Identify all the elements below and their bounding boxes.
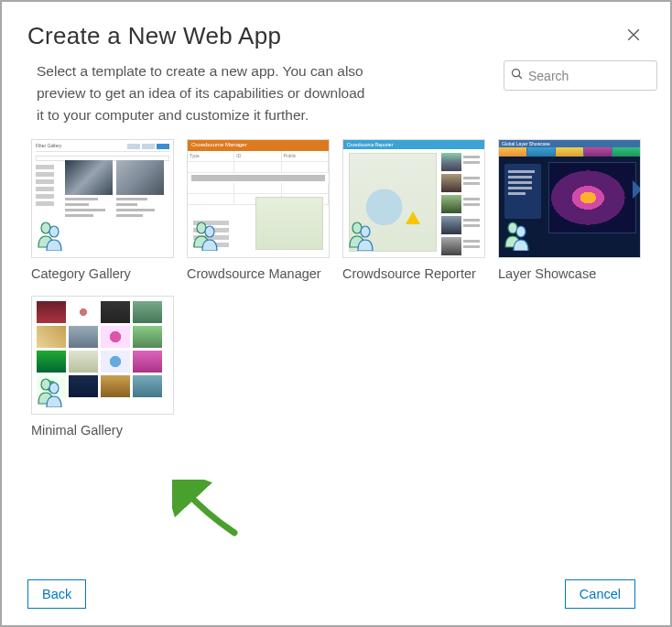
dialog-footer: Back Cancel xyxy=(2,565,654,625)
back-button[interactable]: Back xyxy=(27,579,86,609)
svg-point-10 xyxy=(49,383,59,394)
group-icon xyxy=(191,220,219,254)
search-icon xyxy=(510,67,524,84)
search-input[interactable] xyxy=(504,60,657,91)
svg-point-2 xyxy=(49,226,59,237)
template-thumbnail xyxy=(31,296,174,415)
template-label: Category Gallery xyxy=(31,265,174,283)
template-thumbnail: Crowdsource Reporter xyxy=(342,139,485,258)
template-label: Crowdsource Reporter xyxy=(342,265,485,283)
template-card-layer-showcase[interactable]: Global Layer Showcase Laye xyxy=(498,139,641,283)
group-icon xyxy=(347,220,374,254)
template-label: Minimal Gallery xyxy=(31,422,174,439)
template-card-minimal-gallery[interactable]: Minimal Gallery xyxy=(31,296,174,439)
group-icon xyxy=(503,220,530,254)
intro-text: Select a template to create a new app. Y… xyxy=(37,60,375,126)
template-card-category-gallery[interactable]: Filter Gallery Category Gallery xyxy=(31,139,174,283)
svg-point-0 xyxy=(513,70,520,77)
svg-point-6 xyxy=(361,226,370,237)
template-label: Crowdsource Manager xyxy=(187,265,330,283)
search-text-field[interactable] xyxy=(524,68,651,84)
template-label: Layer Showcase xyxy=(498,265,641,283)
template-thumbnail: Filter Gallery xyxy=(31,139,174,258)
svg-point-4 xyxy=(205,226,214,237)
dialog-title: Create a New Web App xyxy=(27,22,281,50)
svg-point-8 xyxy=(516,226,526,237)
cancel-button[interactable]: Cancel xyxy=(565,579,635,609)
close-icon xyxy=(624,33,643,47)
template-thumbnail: Global Layer Showcase xyxy=(498,139,641,258)
group-icon xyxy=(36,220,63,254)
group-icon xyxy=(36,376,63,411)
template-scroll-area[interactable]: Select a template to create a new app. Y… xyxy=(2,53,670,625)
template-grid: Filter Gallery Category Gallery Crowdsou… xyxy=(31,139,657,439)
close-button[interactable] xyxy=(623,24,645,49)
template-thumbnail: Crowdsource Manager TypeIDPublic xyxy=(187,139,330,258)
template-card-crowdsource-manager[interactable]: Crowdsource Manager TypeIDPublic Crowdso… xyxy=(187,139,330,283)
template-card-crowdsource-reporter[interactable]: Crowdsource Reporter Crowdsource Reporte… xyxy=(342,139,485,283)
